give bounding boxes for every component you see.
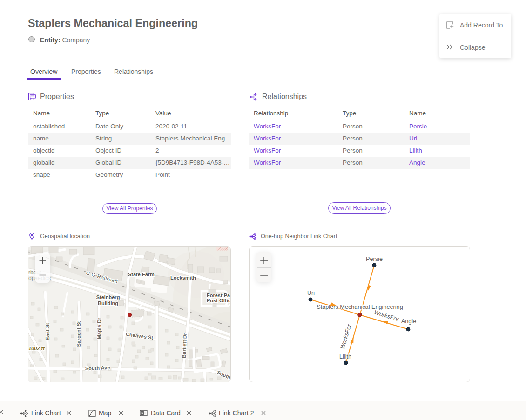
svg-text:Bartlett Dr: Bartlett Dr: [181, 333, 188, 358]
svg-text:Angie: Angie: [401, 318, 416, 325]
svg-text:Sargent St: Sargent St: [76, 321, 81, 347]
svg-text:Locksmith: Locksmith: [170, 275, 196, 280]
svg-text:WorksFor: WorksFor: [373, 309, 400, 323]
svg-text:1002 ft: 1002 ft: [28, 346, 45, 351]
svg-text:Building: Building: [98, 300, 118, 306]
svg-text:Lilith: Lilith: [339, 353, 351, 360]
svg-text:South Ave: South Ave: [85, 365, 110, 371]
svg-text:Post Office: Post Office: [207, 298, 230, 303]
svg-text:Persie: Persie: [366, 256, 383, 262]
svg-text:Maple Dr: Maple Dr: [96, 317, 102, 339]
svg-text:Uri: Uri: [307, 290, 315, 296]
svg-text:Steinberg: Steinberg: [96, 294, 120, 300]
svg-text:Staplers Mechanical Engineerin: Staplers Mechanical Engineering: [317, 304, 403, 310]
svg-text:State Farm: State Farm: [128, 272, 155, 277]
svg-text:East St: East St: [45, 323, 50, 340]
